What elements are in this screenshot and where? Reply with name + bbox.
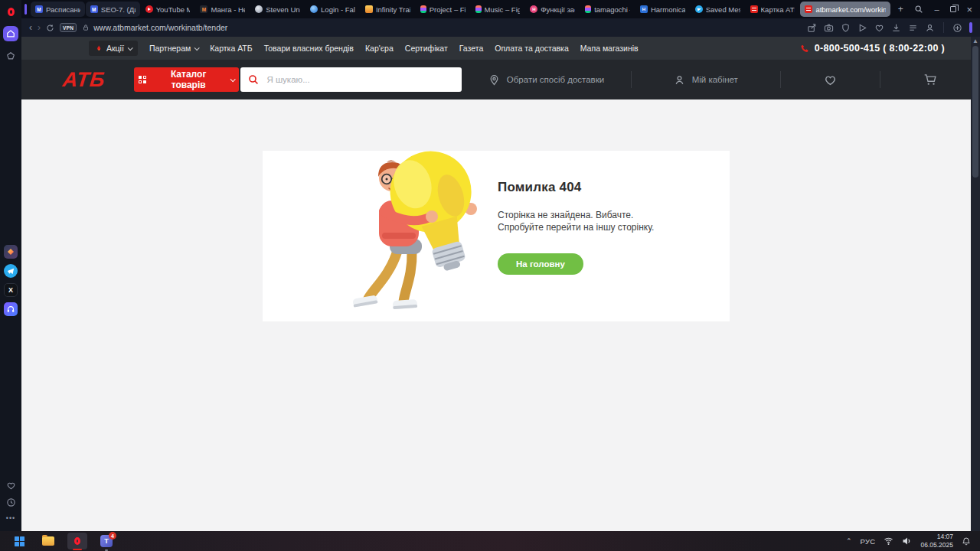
reading-list-icon[interactable]	[908, 23, 918, 33]
support-phone[interactable]: 0-800-500-415 ( 8:00-22:00 )	[799, 43, 945, 54]
sidebar-more-button[interactable]: •••	[6, 514, 15, 522]
site-top-nav: Акції Партнерам Картка АТБ Товари власни…	[21, 37, 980, 60]
teams-icon: T4	[100, 535, 113, 547]
workspace-shape-icon	[6, 51, 15, 60]
error-illustration	[325, 135, 483, 314]
nav-item-promotions[interactable]: Акції	[89, 41, 138, 56]
opera-taskbar-button[interactable]	[67, 533, 87, 549]
teams-taskbar-button[interactable]: T4	[96, 533, 116, 549]
folder-icon	[42, 536, 54, 546]
figma-icon	[420, 5, 426, 13]
new-tab-button[interactable]	[893, 2, 907, 16]
heart-icon	[824, 73, 837, 86]
restore-button[interactable]	[950, 6, 956, 12]
browser-tab[interactable]: Saved Messages	[691, 2, 745, 17]
go-home-button[interactable]: На головну	[498, 253, 583, 275]
atb-logo[interactable]: АТБ	[61, 68, 106, 92]
browser-tab[interactable]: Манга - Неверо	[195, 2, 250, 17]
wifi-icon[interactable]	[884, 536, 893, 546]
delivery-method-button[interactable]: Обрати спосіб доставки	[462, 60, 630, 99]
browser-sidebar: X •••	[0, 0, 21, 531]
x-twitter-sidebar-button[interactable]: X	[4, 283, 18, 297]
snapshot-camera-icon[interactable]	[824, 23, 834, 33]
taskbar: T4 ⌃ РУС 14:07 06.05.2025	[0, 531, 980, 551]
browser-tab[interactable]: YouTube Music	[141, 2, 195, 17]
browser-tab[interactable]: Функції застосун	[525, 2, 580, 17]
forward-button[interactable]: ›	[38, 23, 41, 32]
nav-item-atb-card[interactable]: Картка АТБ	[210, 44, 252, 53]
browser-tab[interactable]: Music – FigJam	[471, 2, 525, 17]
cart-icon	[923, 73, 937, 86]
browser-tab[interactable]: Login - Falix	[305, 2, 360, 17]
send-to-device-icon[interactable]	[858, 23, 867, 33]
cart-button[interactable]	[880, 60, 980, 99]
browser-tab[interactable]: Infinity Train Seas	[361, 2, 415, 17]
nav-item-partners[interactable]: Партнерам	[149, 44, 198, 53]
back-button[interactable]: ‹	[29, 23, 32, 32]
infinity-train-icon	[365, 5, 373, 13]
chevron-down-icon	[194, 45, 200, 51]
browser-tab[interactable]: Картка АТБ | АТБ	[746, 2, 800, 17]
catalog-button[interactable]: Каталог товарів	[134, 67, 239, 92]
sidebar-toggle[interactable]	[969, 22, 972, 33]
tab-bar: Расписание SEO-7. (Дизайн) YouTube Music…	[21, 0, 980, 18]
wishlist-button[interactable]	[781, 60, 880, 99]
history-clock-icon[interactable]	[6, 497, 16, 507]
browser-tab[interactable]: Расписание	[31, 2, 85, 17]
volume-icon[interactable]	[902, 536, 912, 546]
workspace-home-button[interactable]	[3, 26, 18, 41]
account-button[interactable]: Мій кабінет	[632, 60, 780, 99]
tray-date: 06.05.2025	[920, 541, 953, 549]
aria-ai-button[interactable]	[4, 245, 18, 259]
shield-icon[interactable]	[841, 23, 851, 33]
close-button[interactable]	[967, 5, 973, 15]
tab-search-icon[interactable]	[914, 5, 923, 14]
figma-icon	[585, 5, 591, 13]
nav-item-career[interactable]: Кар'єра	[365, 44, 394, 53]
browser-tab[interactable]: SEO-7. (Дизайн)	[86, 2, 140, 17]
workspace-secondary-button[interactable]	[3, 48, 18, 64]
nav-item-own-brands[interactable]: Товари власних брендів	[264, 44, 354, 53]
bookmarks-heart-icon[interactable]	[6, 481, 16, 491]
browser-tab-active[interactable]: atbmarket.com/workinatb	[800, 2, 890, 17]
share-icon[interactable]	[807, 23, 817, 33]
nav-item-certificate[interactable]: Сертифікат	[405, 44, 448, 53]
tray-time: 14:07	[937, 533, 953, 540]
youtube-music-icon	[145, 5, 153, 13]
reload-button[interactable]	[46, 24, 54, 32]
nav-item-store-map[interactable]: Мапа магазинів	[580, 44, 639, 53]
address-bar: ‹ › VPN www.atbmarket.com/workinatb/tend…	[21, 18, 980, 37]
lock-icon	[82, 24, 90, 31]
nav-item-gazette[interactable]: Газета	[459, 44, 484, 53]
start-button[interactable]	[9, 533, 29, 549]
page-scrollbar[interactable]: ▲	[971, 37, 980, 531]
tray-overflow-button[interactable]: ⌃	[846, 537, 852, 545]
telegram-sidebar-button[interactable]	[4, 264, 18, 278]
error-card: Помилка 404 Сторінка не знайдена. Вибачт…	[263, 151, 730, 321]
browser-tab[interactable]: Steven Universe S	[250, 2, 305, 17]
nav-item-payment-delivery[interactable]: Оплата та доставка	[495, 44, 568, 53]
player-sidebar-button[interactable]	[4, 302, 18, 316]
favorites-heart-icon[interactable]	[874, 23, 884, 33]
browser-tab[interactable]: Project – Figma	[416, 2, 470, 17]
notifications-bell-icon[interactable]	[962, 536, 971, 546]
language-indicator[interactable]: РУС	[861, 537, 876, 546]
scrollbar-thumb[interactable]	[972, 46, 978, 178]
error-text-line1: Сторінка не знайдена. Вибачте.	[498, 209, 712, 221]
figma-icon	[475, 5, 482, 13]
url-field[interactable]: www.atbmarket.com/workinatb/tender	[82, 23, 802, 32]
error-message-block: Помилка 404 Сторінка не знайдена. Вибачт…	[498, 180, 712, 275]
opera-menu-button[interactable]	[3, 4, 18, 19]
browser-tab[interactable]: tamagochi – Figm	[580, 2, 635, 17]
notification-badge: 4	[109, 532, 116, 540]
clock[interactable]: 14:07 06.05.2025	[920, 533, 953, 549]
minimize-button[interactable]	[934, 5, 939, 14]
opera-logo-icon	[8, 8, 15, 16]
browser-tab[interactable]: Harmonica Guy |	[635, 2, 690, 17]
downloads-icon[interactable]	[891, 23, 901, 33]
search-input[interactable]	[265, 74, 454, 85]
vpn-badge[interactable]: VPN	[60, 23, 77, 32]
file-explorer-button[interactable]	[38, 533, 58, 549]
profile-icon[interactable]	[925, 23, 935, 33]
extensions-icon[interactable]	[952, 23, 962, 33]
